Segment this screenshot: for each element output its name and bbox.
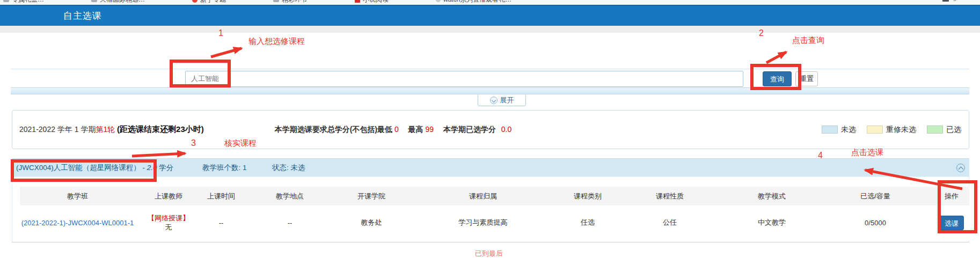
table-bottom-divider [12, 242, 969, 242]
search-panel-divider [11, 69, 969, 69]
annotation-step-2-text: 点击查询 [792, 35, 824, 46]
filter-collapse-bar [11, 87, 969, 94]
legend-label: 已选 [946, 125, 961, 135]
bookmark-item[interactable]: 精彩环节 [273, 0, 308, 4]
annotation-step-1-number: 1 [218, 28, 223, 38]
bookmark-label: 精彩环节 [282, 0, 308, 4]
selection-countdown: (距选课结束还剩23小时) [117, 124, 204, 134]
reset-button[interactable]: 重置 [795, 71, 818, 86]
col-header: 课程类别 [562, 187, 613, 205]
bookmark-label: 新手专题 [200, 0, 226, 4]
table-header-row: 教学班 上课教师 上课时间 教学地点 开课学院 课程归属 课程类别 课程性质 教… [20, 187, 969, 205]
teaching-class-link[interactable]: (2021-2022-1)-JWCX004-WL0001-1 [21, 219, 134, 227]
arrow-step-3 [132, 153, 185, 156]
credit-requirement-label: 本学期选课要求总学分(不包括)最低 [275, 125, 392, 134]
category-cell: 任选 [562, 218, 613, 227]
arrow-step-2 [766, 52, 786, 63]
browser-bookmarks-bar: 专属礼盒… 天猫国际精选… 新手专题 精彩环节 小说阅读 watch系列直播观看… [0, 0, 980, 5]
annotation-step-3-number: 3 [191, 138, 196, 148]
selected-credit-value: 0.0 [501, 125, 511, 134]
annotation-step-2-number: 2 [759, 28, 764, 38]
teaching-mode-cell: 中文教学 [727, 218, 817, 227]
class-count: 教学班个数: 1 [202, 159, 247, 177]
course-search-input[interactable] [185, 71, 743, 87]
col-header: 教学模式 [727, 187, 817, 205]
course-status: 状态: 未选 [272, 159, 305, 177]
selected-swatch [927, 126, 943, 134]
legend-item-selected: 已选 [927, 125, 961, 135]
teacher-name: 无 [165, 223, 172, 231]
expand-filters-tab[interactable]: 展开 [478, 95, 526, 106]
annotation-step-4-text: 点击选课 [851, 148, 883, 158]
annotation-step-4-number: 4 [818, 151, 823, 160]
legend-label: 未选 [841, 125, 856, 135]
nature-cell: 公任 [613, 218, 727, 227]
end-of-list-text: 已到最后 [475, 249, 503, 258]
annotation-step-1-text: 输入想选修课程 [248, 36, 305, 47]
dot-icon [436, 0, 441, 2]
bookmarks-overflow-chevron[interactable]: » [953, 0, 956, 3]
teaching-class-table: 教学班 上课教师 上课时间 教学地点 开课学院 课程归属 课程类别 课程性质 教… [20, 187, 969, 240]
col-header: 已选/容量 [817, 187, 934, 205]
col-header: 操作 [934, 187, 969, 205]
class-time-cell: -- [202, 219, 240, 227]
max-credit-label: 最高 [408, 125, 423, 134]
expand-tab-label: 展开 [500, 95, 514, 105]
bookmark-item[interactable]: 新手专题 [192, 0, 226, 4]
capacity-cell: 0/5000 [817, 219, 934, 227]
table-row: (2021-2022-1)-JWCX004-WL0001-1 【网络授课】无 -… [20, 205, 969, 240]
folder-icon [273, 0, 279, 2]
annotation-step-3-text: 核实课程 [224, 138, 257, 149]
legend-label: 重修未选 [886, 125, 916, 135]
course-band[interactable]: (JWCX004)人工智能（超星网络课程） - 2.0 学分 教学班个数: 1 … [12, 158, 969, 177]
location-cell: -- [240, 219, 339, 227]
legend-item-unselected: 未选 [822, 125, 856, 135]
bookmark-icon [3, 0, 9, 2]
col-header: 上课教师 [135, 187, 202, 205]
unselected-swatch [822, 126, 838, 134]
collapse-course-icon[interactable] [956, 164, 965, 172]
teacher-cell: 【网络授课】无 [135, 213, 202, 232]
query-button[interactable]: 查询 [763, 71, 792, 86]
bookmark-item[interactable]: watch系列直播观看礼… [436, 0, 511, 4]
course-credit-unit: 学分 [159, 164, 173, 172]
header-sub-strip [0, 26, 980, 33]
college-cell: 教务处 [339, 218, 404, 227]
status-legend: 未选 重修未选 已选 [822, 110, 961, 149]
page-header: 自主选课 [0, 5, 980, 26]
semester-info-bar: 2021-2022 学年 1 学期第1轮 (距选课结束还剩23小时) 本学期选课… [12, 110, 969, 149]
bookmark-label: watch系列直播观看礼… [443, 0, 511, 4]
col-header: 教学地点 [240, 187, 339, 205]
red-badge-icon [355, 0, 360, 3]
bookmark-item[interactable]: 专属礼盒… [3, 0, 44, 4]
course-credit: 2.0 [147, 164, 157, 172]
course-selection-screen: 专属礼盒… 天猫国际精选… 新手专题 精彩环节 小说阅读 watch系列直播观看… [0, 0, 980, 258]
bookmark-item[interactable]: 天猫国际精选… [91, 0, 145, 4]
page-title: 自主选课 [63, 6, 102, 26]
legend-item-retake: 重修未选 [867, 125, 916, 135]
bookmark-item[interactable]: 小说阅读 [355, 0, 389, 4]
semester-term: 2021-2022 学年 1 学期 [19, 125, 96, 134]
min-credit-value: 0 [394, 125, 399, 134]
max-credit-value: 99 [425, 125, 434, 134]
affiliation-cell: 学习与素质提高 [404, 218, 562, 227]
folder-icon [91, 0, 97, 2]
select-course-button[interactable]: 选课 [939, 216, 964, 230]
col-header: 教学班 [20, 187, 135, 205]
chevron-down-icon [490, 97, 498, 104]
online-teaching-tag: 【网络授课】 [135, 213, 202, 223]
course-title: (JWCX004)人工智能（超星网络课程） - 2.0 学分 [16, 159, 173, 177]
semester-info-text: 2021-2022 学年 1 学期第1轮 (距选课结束还剩23小时) 本学期选课… [19, 124, 511, 135]
col-header: 开课学院 [339, 187, 404, 205]
selected-credit-label: 本学期已选学分 [443, 125, 496, 134]
retake-swatch [867, 126, 883, 134]
device-icon[interactable] [942, 0, 949, 2]
bookmark-label: 专属礼盒… [12, 0, 44, 4]
bookmark-label: 小说阅读 [363, 0, 389, 4]
col-header: 课程归属 [404, 187, 562, 205]
bookmark-label: 天猫国际精选… [100, 0, 145, 4]
course-code-name: (JWCX004)人工智能（超星网络课程） - [16, 164, 145, 172]
red-dot-icon [192, 0, 198, 3]
semester-round: 第1轮 [96, 125, 115, 134]
col-header: 上课时间 [202, 187, 240, 205]
